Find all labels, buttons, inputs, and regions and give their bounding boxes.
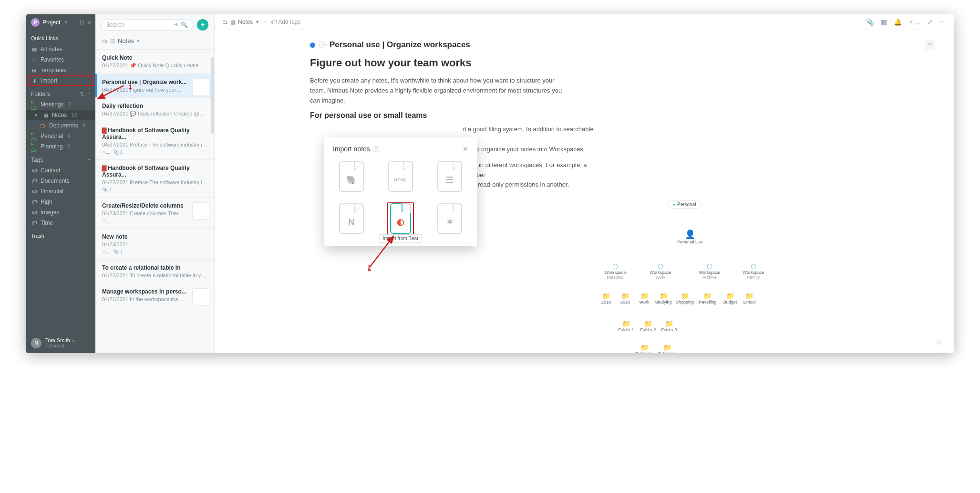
tag-images[interactable]: 🏷Images xyxy=(26,207,95,218)
sidebar-item-import[interactable]: ⬇ Import xyxy=(28,75,94,86)
note-item[interactable]: Personal use | Organize work... 04/27/20… xyxy=(95,73,214,97)
workspace-avatar: P xyxy=(31,18,40,27)
tag-label: Time xyxy=(41,220,53,226)
add-note-button[interactable]: + xyxy=(197,19,208,31)
note-item[interactable]: Quick Note 04/27/2021 📌 Quick Note Quick… xyxy=(95,49,214,73)
import-tile-evernote[interactable]: 🐘 xyxy=(338,160,365,193)
note-item[interactable]: ▇ Handbook of Software Quality Assura...… xyxy=(95,122,214,159)
doc-heading[interactable]: Figure out how your team works xyxy=(310,57,935,69)
bell-icon[interactable]: 🔔 xyxy=(894,18,902,26)
folder-label: Planning xyxy=(41,143,63,150)
breadcrumb[interactable]: 🗀 ▤ Notes ▼ xyxy=(222,19,259,25)
folders-label: Folders xyxy=(31,91,50,97)
note-title: Personal use | Organize work... xyxy=(102,79,207,85)
search-placeholder: Search xyxy=(106,21,124,28)
workspace-header[interactable]: P Project ▼ ⊡ ≡ xyxy=(26,14,95,31)
share-icon: ⚬⚊ xyxy=(102,218,110,223)
tag-icon: 🏷 xyxy=(31,199,37,205)
tag-high[interactable]: 🏷High xyxy=(26,197,95,207)
chevron-down-icon[interactable]: ▾ xyxy=(137,38,140,44)
diagram-folder: 📁2019 xyxy=(596,292,616,304)
plus-icon[interactable]: + xyxy=(87,91,91,97)
search-icon[interactable]: 🔍 xyxy=(181,21,188,28)
import-tile-simplenote[interactable]: ☰ xyxy=(436,160,463,193)
close-icon[interactable]: ✕ xyxy=(463,145,468,153)
grid-icon[interactable]: ▦ xyxy=(881,18,887,26)
tag-time[interactable]: 🏷Time xyxy=(26,218,95,228)
note-meta: 04/27/2021 Preface The software industry… xyxy=(102,179,207,185)
emoji-icon[interactable]: ☺ xyxy=(319,42,326,48)
folder-documents[interactable]: 🗀 Documents 4 xyxy=(26,120,95,131)
more-icon[interactable]: ⋯ xyxy=(939,18,946,26)
folder-icon: 📁 xyxy=(739,292,759,300)
bear-icon: ◐ xyxy=(397,217,404,227)
note-item[interactable]: Daily reflection 04/27/2021 💬 Daily refl… xyxy=(95,97,214,122)
menu-icon[interactable]: ≡ xyxy=(87,19,91,26)
filter-icon[interactable]: ⚞ xyxy=(174,21,179,28)
notes-icon: ▤ xyxy=(110,38,115,44)
sidebar-item-label: Favorites xyxy=(41,56,64,63)
import-icon: ⬇ xyxy=(31,78,38,84)
folder-notes[interactable]: ▾ ▤ Notes 16 xyxy=(26,110,95,120)
document-title[interactable]: Personal use | Organize workspaces xyxy=(330,40,470,50)
folder-icon: 🗀 xyxy=(102,38,107,44)
plus-icon[interactable]: + xyxy=(87,157,91,163)
tag-financial[interactable]: 🏷Financial xyxy=(26,186,95,197)
sidebar-item-templates[interactable]: ⊞ Templates xyxy=(26,65,95,75)
diagram-folder: 📁Budget xyxy=(720,292,740,304)
import-tile-confluence[interactable]: ✶ xyxy=(436,202,463,235)
import-tile-html[interactable]: HTML xyxy=(387,160,414,193)
attachment-icon: 📎 1 xyxy=(113,249,123,254)
help-icon[interactable]: ? xyxy=(373,146,379,152)
tag-documents[interactable]: 🏷Documents xyxy=(26,176,95,186)
sidebar-item-all-notes[interactable]: ▤ All notes xyxy=(26,44,95,54)
notes-breadcrumb[interactable]: 🗀 ▤ Notes ▾ xyxy=(95,35,214,49)
sort-icon[interactable]: ⇅ xyxy=(80,91,84,97)
note-item[interactable]: ▇ Handbook of Software Quality Assura...… xyxy=(95,159,214,197)
note-meta: 04/23/2021 Create columns Ther… xyxy=(102,210,207,216)
note-item[interactable]: Manage workspaces in perso... 04/21/2021… xyxy=(95,283,214,307)
folder-meetings[interactable]: ▸ 🗀 Meetings 7 xyxy=(26,99,95,110)
share-icon: ⚬⚊ xyxy=(102,249,110,254)
note-item[interactable]: To create a relational table in 04/22/20… xyxy=(95,259,214,283)
chevron-down-icon[interactable]: ▼ xyxy=(255,20,259,24)
trash-link[interactable]: Trash xyxy=(26,228,95,243)
diagram-workspace: ⬡WorkspaceFamily xyxy=(739,262,768,280)
folder-icon: ▸ 🗀 xyxy=(31,133,37,139)
folder-personal[interactable]: ▸ 🗀 Personal 4 xyxy=(26,131,95,141)
doc-subheading[interactable]: For personal use or small teams xyxy=(310,111,935,120)
sidebar-item-favorites[interactable]: ♡ Favorites xyxy=(26,54,95,65)
doc-paragraph[interactable]: Before you create any notes, it's worthw… xyxy=(310,76,567,105)
folder-icon: 📁 xyxy=(634,292,654,300)
user-avatar: N xyxy=(31,338,41,348)
doc-paragraph[interactable]: d a good filing system. In addition to s… xyxy=(463,125,601,154)
add-tags-button[interactable]: 🏷 Add tags xyxy=(271,19,300,25)
attachment-icon[interactable]: 📎 xyxy=(866,18,874,26)
doc-menu-icon[interactable]: ≡ xyxy=(925,40,935,50)
expand-icon[interactable]: ⤢ xyxy=(927,18,933,26)
note-item[interactable]: Create/Resize/Delete columns 04/23/2021 … xyxy=(95,197,214,228)
diagram-folder: 📁Work xyxy=(634,292,654,304)
attachment-icon: 📎 1 xyxy=(113,149,123,155)
search-input[interactable]: Search ⚞🔍 xyxy=(101,19,193,31)
doc-paragraph[interactable]: evels in different workspaces. For examp… xyxy=(463,160,601,190)
tag-contact[interactable]: 🏷Contact xyxy=(26,165,95,176)
import-tile-bear[interactable]: ◐Import from Bear xyxy=(387,202,414,235)
chevron-down-icon[interactable]: ▼ xyxy=(64,20,68,25)
folder-icon: 📁 xyxy=(634,344,654,351)
notes-icon: ▤ xyxy=(230,19,236,25)
scrollbar[interactable] xyxy=(211,57,214,134)
folder-planning[interactable]: ▸ 🗀 Planning 6 xyxy=(26,141,95,152)
user-footer[interactable]: N Tom Smith ▼ Personal xyxy=(26,333,95,353)
note-thumbnail xyxy=(192,79,209,96)
diagram-folder: 📁Folder 2 xyxy=(638,320,658,332)
feedback-icon[interactable]: ☺ xyxy=(936,338,943,346)
diagram-folder: 📁Folder 3 xyxy=(659,320,679,332)
tag-label: Contact xyxy=(41,167,60,174)
diagram-folder: 📁Shopping xyxy=(675,292,695,304)
share-icon[interactable]: ⚬⚊ xyxy=(908,18,920,26)
expand-icon[interactable]: ⊡ xyxy=(80,19,84,26)
import-tile-notion[interactable]: N xyxy=(338,202,365,235)
note-item[interactable]: New note 04/23/2021 ⚬⚊📎 1 xyxy=(95,228,214,259)
folder-icon: 📁 xyxy=(638,320,658,327)
